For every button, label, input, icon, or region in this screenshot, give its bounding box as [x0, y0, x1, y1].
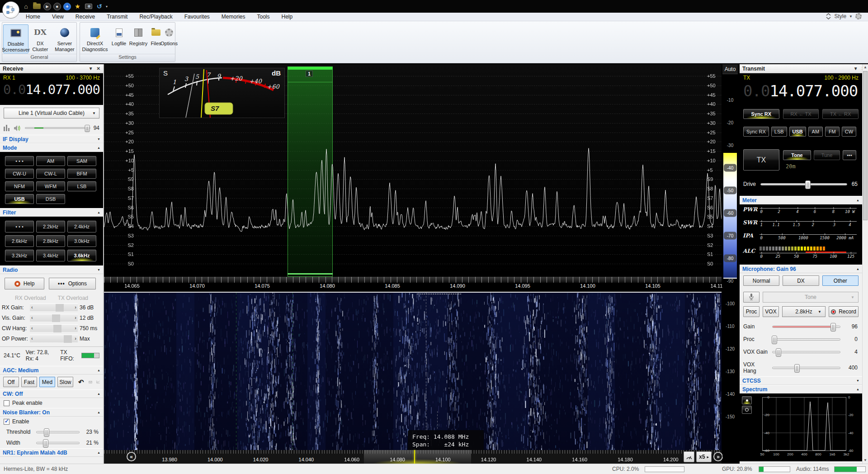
volume-slider[interactable] — [25, 127, 90, 129]
band-zoom-button[interactable]: x5 ▸ — [696, 451, 712, 462]
graph-icon[interactable] — [96, 379, 100, 385]
nb-slider-track[interactable] — [36, 431, 80, 433]
transmit-scrollbar[interactable]: ▲ ▼ — [862, 64, 868, 464]
band-meter-button[interactable] — [684, 451, 694, 462]
slider-left-arrow[interactable]: ‹ — [31, 304, 33, 310]
peak-enable-checkbox[interactable] — [4, 400, 9, 406]
slider-left-arrow[interactable]: ‹ — [31, 336, 33, 341]
mic-bandwidth-dropdown[interactable]: 2.8kHz — [782, 306, 826, 317]
record-button[interactable]: Record — [829, 306, 859, 317]
mode-button[interactable]: NFM — [5, 181, 34, 191]
section-if-display[interactable]: IF Display — [0, 135, 103, 143]
ribbon-tab[interactable]: Home — [20, 13, 46, 21]
section-nr1[interactable]: NR1: Ephraim Malah 4dB — [0, 448, 103, 457]
section-radio[interactable]: Radio — [0, 265, 103, 274]
tx-frequency-display[interactable]: 0.014.077.000 — [743, 82, 859, 100]
vox-button[interactable]: VOX — [763, 306, 779, 317]
home-icon[interactable]: ⌂ — [22, 2, 30, 11]
mode-button[interactable]: CW-U — [5, 169, 34, 179]
spectrum-mode-toggle-off[interactable] — [742, 406, 752, 414]
band-scroll-right-button[interactable]: » — [713, 452, 723, 461]
ribbon-tab[interactable]: Favourites — [179, 13, 216, 21]
tx-mode-button[interactable]: CW — [842, 127, 856, 137]
section-agc[interactable]: AGC: Medium — [0, 366, 103, 374]
slider-thumb[interactable] — [64, 335, 72, 343]
filter-button[interactable]: • • • — [5, 221, 34, 232]
slider-thumb[interactable] — [53, 325, 61, 332]
tx-more-button[interactable]: ••• — [843, 150, 856, 160]
gear-icon[interactable] — [855, 13, 862, 19]
stop-icon[interactable]: ■ — [53, 3, 61, 10]
disable-screensaver-button[interactable]: Disable Screensaver — [3, 24, 28, 53]
app-menu-button[interactable] — [2, 1, 19, 19]
audio-device-dropdown[interactable]: Line 1 (Virtual Audio Cable) — [4, 108, 99, 118]
band-scroll-left-button[interactable]: « — [127, 452, 136, 461]
filter-button[interactable]: 2.8kHz — [36, 235, 65, 247]
collapse-icon[interactable]: ▼ — [854, 66, 858, 71]
ribbon-tab[interactable]: Tools — [251, 13, 276, 21]
envelope-icon[interactable] — [89, 379, 92, 385]
mic-profile-button[interactable]: DX — [783, 275, 819, 286]
slider-track[interactable]: ‹ › — [30, 335, 78, 342]
ribbon-tab[interactable]: Rec/Playback — [133, 13, 178, 21]
section-noise-blanker[interactable]: Noise Blanker: On — [0, 408, 103, 417]
tx-sync-button[interactable]: RX ← TX — [783, 109, 819, 119]
tx-mode-button[interactable]: USB — [789, 127, 806, 137]
mode-button[interactable]: SAM — [67, 156, 96, 166]
section-meter[interactable]: Meter — [740, 196, 862, 204]
mode-button[interactable]: CW-L — [36, 169, 65, 179]
style-label[interactable]: Style — [834, 13, 846, 19]
tone-dropdown[interactable]: Tone — [763, 292, 859, 303]
style-chevrons-icon[interactable] — [826, 13, 831, 19]
drive-slider[interactable] — [760, 183, 847, 185]
filter-button[interactable]: 2.4kHz — [67, 221, 96, 232]
undo-icon[interactable]: ↺ — [95, 2, 104, 11]
ribbon-tab[interactable]: Help — [276, 13, 299, 21]
ribbon-tab[interactable]: Memories — [216, 13, 251, 21]
waterfall-canvas[interactable] — [104, 293, 722, 450]
filter-button[interactable]: 3.6kHz — [67, 250, 96, 261]
star-icon[interactable]: ★ — [73, 2, 82, 11]
mode-button[interactable]: • • • — [5, 156, 34, 166]
mic-slider-thumb[interactable] — [794, 364, 800, 373]
tone-button[interactable]: Tone — [783, 150, 811, 160]
mode-button[interactable]: DSB — [36, 194, 65, 204]
radio-options-button[interactable]: ••• Options — [49, 278, 96, 289]
mic-slider-track[interactable] — [772, 351, 840, 353]
directx-diagnostics-button[interactable]: DirectX Diagnostics — [81, 24, 109, 53]
mode-button[interactable]: WFM — [36, 181, 65, 191]
nb-slider-track[interactable] — [36, 442, 80, 444]
mode-button[interactable]: AM — [36, 156, 65, 166]
tune-button[interactable]: Tune — [814, 150, 840, 160]
tx-sync-button[interactable]: Sync RX — [743, 109, 779, 119]
agc-button[interactable]: Slow — [57, 377, 73, 387]
tx-mode-button[interactable]: FM — [825, 127, 840, 137]
camera-icon[interactable] — [84, 2, 93, 11]
slider-thumb[interactable] — [56, 304, 64, 312]
ribbon-tab[interactable]: Transmit — [101, 13, 133, 21]
slider-right-arrow[interactable]: › — [75, 304, 76, 310]
slider-right-arrow[interactable]: › — [75, 336, 76, 341]
add-icon[interactable]: + — [63, 3, 71, 10]
ribbon-tab[interactable]: Receive — [70, 13, 101, 21]
rx-frequency-display[interactable]: 0.014.077.000 — [3, 82, 100, 97]
mic-slider-track[interactable] — [772, 367, 840, 369]
tx-transmit-button[interactable]: TX — [743, 149, 779, 171]
slider-left-arrow[interactable]: ‹ — [31, 325, 33, 331]
filter-button[interactable]: 2.6kHz — [5, 235, 34, 247]
section-filter[interactable]: Filter — [0, 208, 103, 217]
band-scale-bar[interactable]: 13.98014.00014.02014.04014.06014.08014.1… — [104, 450, 722, 464]
speaker-icon[interactable] — [14, 125, 22, 132]
agc-button[interactable]: Fast — [21, 377, 37, 387]
nb-enable-checkbox[interactable] — [4, 419, 9, 425]
agc-button[interactable]: Med — [39, 377, 55, 387]
mic-slider-thumb[interactable] — [776, 348, 781, 357]
mic-icon-button[interactable] — [743, 292, 760, 303]
options-button[interactable]: Options — [163, 24, 175, 53]
mic-slider-track[interactable] — [772, 326, 840, 328]
folder-icon[interactable] — [33, 2, 41, 11]
ribbon-tab[interactable]: View — [46, 13, 70, 21]
spectrum-mode-toggle-on[interactable] — [742, 396, 752, 404]
section-cw[interactable]: CW: Off — [0, 389, 103, 398]
tx-mode-button[interactable]: LSB — [771, 127, 787, 137]
